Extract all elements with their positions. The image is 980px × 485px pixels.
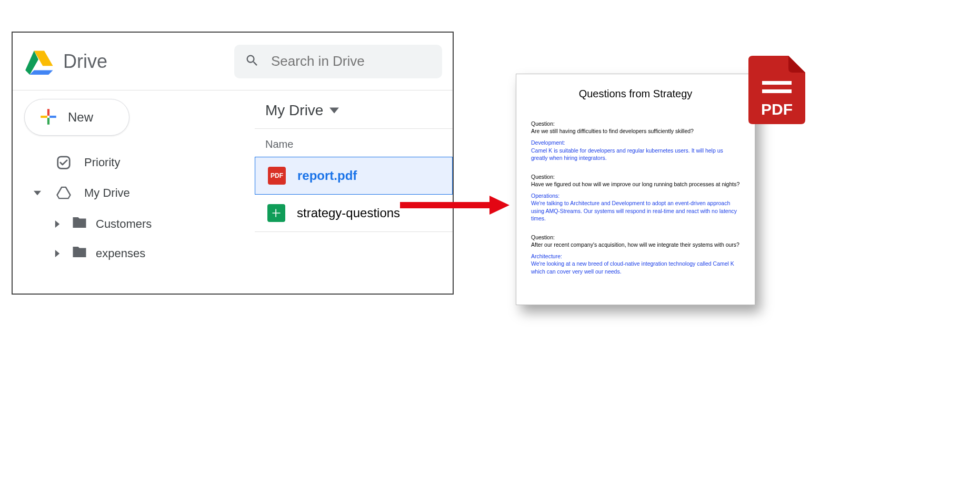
new-button-label: New (68, 110, 93, 125)
new-button[interactable]: New (24, 99, 129, 136)
drive-logo[interactable]: Drive (23, 45, 107, 78)
qa-answer-text: We're looking at a new breed of cloud-na… (531, 260, 740, 275)
folder-label: expenses (96, 247, 145, 260)
chevron-down-icon (329, 102, 339, 119)
qa-answer-label: Operations: (531, 192, 740, 199)
pdf-badge-label: PDF (761, 100, 793, 118)
folder-icon (72, 215, 87, 234)
search-box[interactable] (234, 45, 442, 78)
qa-answer-text: Camel K is suitable for developers and r… (531, 147, 740, 161)
folder-icon (72, 244, 87, 263)
drive-logo-icon (23, 45, 55, 78)
sidebar-item-label: My Drive (84, 186, 130, 200)
arrow-icon (400, 195, 511, 216)
pdf-preview: Questions from Strategy Question: Are we… (516, 74, 755, 305)
chevron-right-icon[interactable] (52, 220, 63, 228)
sidebar-folder-expenses[interactable]: expenses (46, 240, 249, 267)
pdf-file-icon: PDF (268, 167, 286, 185)
chevron-right-icon[interactable] (52, 250, 63, 257)
sidebar-item-mydrive[interactable]: My Drive (24, 180, 249, 206)
sidebar: New Priority My Drive (13, 90, 255, 294)
qa-question-label: Question: (531, 120, 740, 127)
file-pane: My Drive Name PDF report.pdf strategy-qu… (255, 90, 453, 294)
qa-question-label: Question: (531, 173, 740, 180)
drive-window: Drive New Priority (12, 32, 454, 295)
sheet-file-icon (267, 204, 285, 222)
qa-answer-label: Development: (531, 139, 740, 146)
folder-label: Customers (96, 217, 152, 231)
file-name: report.pdf (297, 168, 357, 183)
sidebar-folder-customers[interactable]: Customers (46, 210, 249, 238)
search-input[interactable] (271, 53, 442, 69)
qa-question-text: Have we figured out how will we improve … (531, 180, 740, 188)
file-row-report[interactable]: PDF report.pdf (255, 157, 453, 195)
drive-small-icon (55, 185, 73, 201)
qa-question-text: Are we still having difficulties to find… (531, 127, 740, 135)
svg-rect-3 (762, 81, 792, 85)
priority-icon (55, 155, 73, 170)
plus-icon (38, 107, 58, 128)
breadcrumb[interactable]: My Drive (255, 98, 453, 129)
svg-marker-2 (489, 196, 509, 215)
drive-title: Drive (63, 50, 107, 73)
sidebar-item-priority[interactable]: Priority (24, 149, 249, 176)
qa-answer-label: Architecture: (531, 252, 740, 260)
qa-block: Question: Are we still having difficulti… (531, 120, 740, 161)
sidebar-item-label: Priority (84, 156, 120, 169)
qa-block: Question: After our recent company's acq… (531, 234, 740, 275)
drive-header: Drive (13, 33, 453, 90)
qa-question-text: After our recent company's acquisition, … (531, 241, 740, 248)
qa-question-label: Question: (531, 234, 740, 241)
search-icon (245, 53, 259, 70)
breadcrumb-label: My Drive (265, 102, 323, 119)
svg-rect-4 (762, 89, 792, 93)
qa-block: Question: Have we figured out how will w… (531, 173, 740, 222)
pdf-title: Questions from Strategy (531, 88, 740, 100)
file-name: strategy-questions (297, 206, 400, 220)
sidebar-tree-children: Customers expenses (24, 210, 249, 267)
chevron-down-icon[interactable] (32, 189, 43, 197)
column-header-name[interactable]: Name (255, 129, 453, 157)
qa-answer-text: We're talking to Architecture and Develo… (531, 199, 740, 222)
pdf-badge-icon: PDF (748, 56, 805, 124)
